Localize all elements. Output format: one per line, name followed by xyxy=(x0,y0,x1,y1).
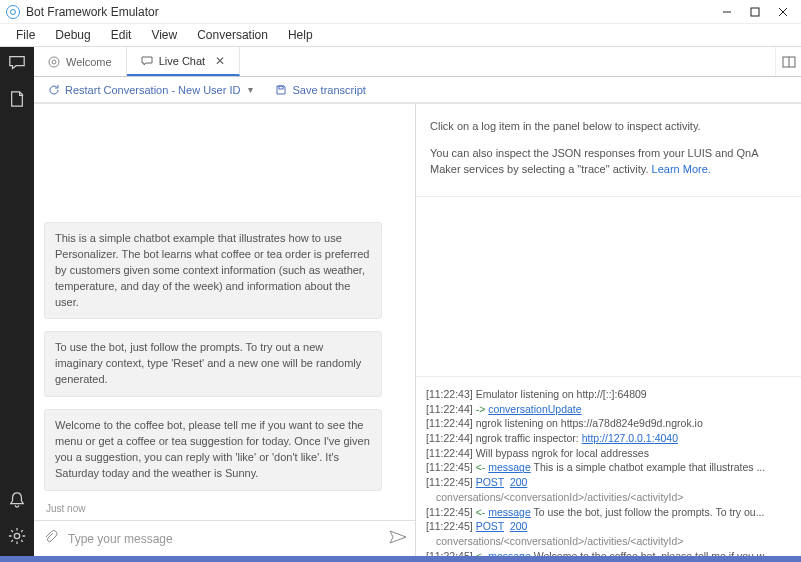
tab-livechat-label: Live Chat xyxy=(159,55,205,67)
welcome-icon xyxy=(48,56,60,68)
chat-panel: This is a simple chatbot example that il… xyxy=(34,104,416,556)
inspector-hint-line1: Click on a log item in the panel below t… xyxy=(430,118,785,135)
inspector-hint-line2: You can also inspect the JSON responses … xyxy=(430,145,785,178)
activity-rail xyxy=(0,47,34,556)
send-icon[interactable] xyxy=(389,530,407,548)
log-link[interactable]: message xyxy=(488,550,531,556)
minimize-button[interactable] xyxy=(713,0,741,24)
message-timestamp: Just now xyxy=(44,503,405,514)
save-transcript-button[interactable]: Save transcript xyxy=(275,84,365,96)
log-link[interactable]: POST xyxy=(476,520,504,532)
svg-point-5 xyxy=(49,57,59,67)
attach-icon[interactable] xyxy=(42,529,58,549)
menu-file[interactable]: File xyxy=(6,25,45,45)
message-input[interactable] xyxy=(68,532,379,546)
log-path: conversations/<conversationId>/activitie… xyxy=(426,534,795,549)
app-icon xyxy=(6,5,20,19)
svg-point-4 xyxy=(14,533,19,538)
settings-icon[interactable] xyxy=(7,526,27,546)
svg-rect-9 xyxy=(279,86,283,89)
maximize-button[interactable] xyxy=(741,0,769,24)
menu-help[interactable]: Help xyxy=(278,25,323,45)
livechat-icon xyxy=(141,55,153,67)
chat-icon[interactable] xyxy=(7,53,27,73)
message-list: This is a simple chatbot example that il… xyxy=(34,104,415,520)
restart-conversation-button[interactable]: Restart Conversation - New User ID ▾ xyxy=(48,84,253,96)
chat-toolbar: Restart Conversation - New User ID ▾ Sav… xyxy=(34,77,801,103)
log-link[interactable]: 200 xyxy=(510,520,528,532)
resources-icon[interactable] xyxy=(7,89,27,109)
menu-edit[interactable]: Edit xyxy=(101,25,142,45)
chevron-down-icon[interactable]: ▾ xyxy=(248,84,253,95)
bot-message[interactable]: To use the bot, just follow the prompts.… xyxy=(44,331,382,397)
close-button[interactable] xyxy=(769,0,797,24)
menu-view[interactable]: View xyxy=(141,25,187,45)
close-icon[interactable]: ✕ xyxy=(215,54,225,68)
log-link[interactable]: conversationUpdate xyxy=(488,403,581,415)
log-link[interactable]: message xyxy=(488,506,531,518)
log-link[interactable]: http://127.0.0.1:4040 xyxy=(582,432,678,444)
split-editor-button[interactable] xyxy=(775,47,801,76)
menu-bar: File Debug Edit View Conversation Help xyxy=(0,24,801,47)
log-link[interactable]: message xyxy=(488,461,531,473)
bot-message[interactable]: Welcome to the coffee bot, please tell m… xyxy=(44,409,382,491)
inspector-panel: Click on a log item in the panel below t… xyxy=(416,104,801,556)
window-titlebar: Bot Framework Emulator xyxy=(0,0,801,24)
status-bar xyxy=(0,556,801,562)
menu-conversation[interactable]: Conversation xyxy=(187,25,278,45)
bot-message[interactable]: This is a simple chatbot example that il… xyxy=(44,222,382,320)
tab-welcome-label: Welcome xyxy=(66,56,112,68)
log-link[interactable]: POST xyxy=(476,476,504,488)
composer xyxy=(34,520,415,556)
log-path: conversations/<conversationId>/activitie… xyxy=(426,490,795,505)
learn-more-link[interactable]: Learn More. xyxy=(652,163,711,175)
svg-rect-1 xyxy=(751,8,759,16)
save-label: Save transcript xyxy=(292,84,365,96)
restart-label: Restart Conversation - New User ID xyxy=(65,84,240,96)
svg-point-6 xyxy=(52,60,56,64)
tabstrip: Welcome Live Chat ✕ xyxy=(34,47,801,77)
log-panel[interactable]: [11:22:43] Emulator listening on http://… xyxy=(416,376,801,556)
notifications-icon[interactable] xyxy=(7,490,27,510)
menu-debug[interactable]: Debug xyxy=(45,25,100,45)
inspector-hint: Click on a log item in the panel below t… xyxy=(416,104,801,197)
tab-livechat[interactable]: Live Chat ✕ xyxy=(127,47,240,76)
log-link[interactable]: 200 xyxy=(510,476,528,488)
tab-welcome[interactable]: Welcome xyxy=(34,47,127,76)
app-title: Bot Framework Emulator xyxy=(26,5,713,19)
